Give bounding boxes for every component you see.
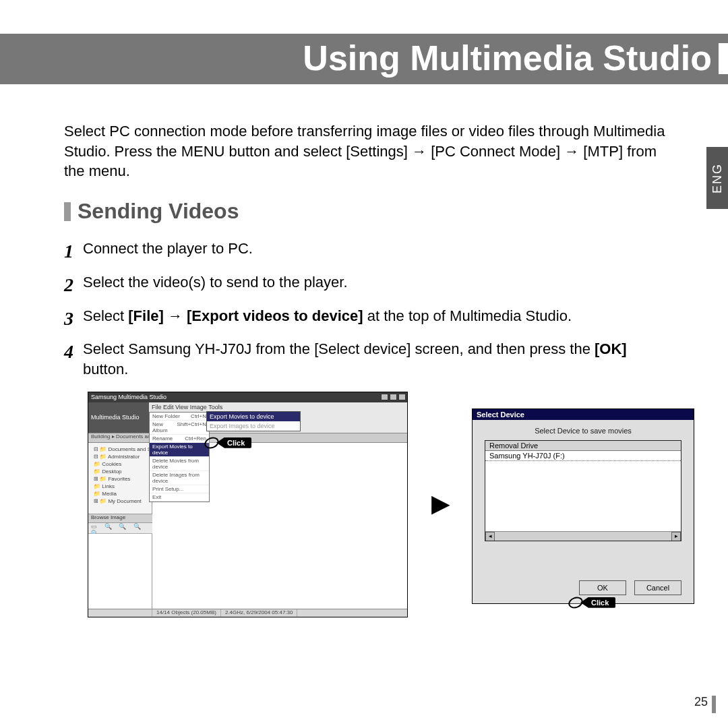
step-2: 2 Select the video(s) to send to the pla… [64, 272, 671, 298]
browse-image-label: Browse Image [88, 514, 152, 523]
window-titlebar[interactable]: Samsung Multimedia Studio [88, 392, 407, 402]
step-number: 2 [64, 272, 78, 298]
minimize-button[interactable] [381, 394, 388, 400]
t: Select Samsung YH-J70J from the [Select … [83, 340, 595, 357]
tree-node[interactable]: ⊟ 📁 Administrator [90, 453, 150, 460]
intro-paragraph: Select PC connection mode before transfe… [64, 121, 671, 181]
folder-tree[interactable]: ⊟ 📁 Documents and Sett ⊟ 📁 Administrator… [88, 443, 152, 514]
dialog-title[interactable]: Select Device [473, 409, 694, 420]
section-title: Sending Videos [78, 199, 239, 224]
step-text: Select the video(s) to send to the playe… [83, 272, 348, 293]
section-header: Sending Videos [64, 199, 671, 224]
content-area: Select PC connection mode before transfe… [64, 121, 671, 634]
step-4: 4 Select Samsung YH-J70J from the [Selec… [64, 339, 671, 379]
tree-node[interactable]: 📁 Cookies [90, 460, 150, 468]
maximize-button[interactable] [390, 394, 397, 400]
step-text: Select [File] → [Export videos to device… [83, 306, 572, 326]
t: at the top of Multimedia Studio. [363, 307, 572, 324]
device-list[interactable]: Removal Drive Samsung YH-J70J (F:) ◂ ▸ [485, 440, 681, 541]
step-3: 3 Select [File] → [Export videos to devi… [64, 306, 671, 332]
thumbnail-tools[interactable]: ▭ 🔍 🔍 🔍 🔍 [88, 523, 152, 534]
page-number-rule [712, 696, 716, 713]
menu-item-new-album[interactable]: New AlbumShift+Ctrl+N [150, 421, 209, 435]
tree-node[interactable]: 📁 Desktop [90, 468, 150, 475]
app-brand: Multimedia Studio [88, 402, 149, 433]
page-number: 25 [694, 695, 708, 709]
language-tab: ENG [706, 147, 728, 209]
dialog-prompt: Select Device to save movies [473, 420, 694, 440]
bold: [OK] [595, 340, 627, 357]
ok-button[interactable]: OK [579, 580, 626, 595]
scroll-left-button[interactable]: ◂ [485, 532, 495, 541]
menu-item-rename[interactable]: RenameCtrl+Ren [150, 435, 209, 443]
language-tab-label: ENG [710, 162, 725, 193]
window-title: Samsung Multimedia Studio [91, 394, 166, 400]
window-buttons [381, 394, 406, 400]
menu-item-export-movies[interactable]: Export Movies to device [150, 443, 209, 457]
close-button[interactable] [398, 394, 406, 400]
submenu-export-images[interactable]: Export Images to device [207, 421, 300, 431]
cancel-button[interactable]: Cancel [634, 580, 681, 595]
thumb-panel [88, 534, 152, 609]
menu-item-delete-movies[interactable]: Delete Movies from device [150, 457, 209, 471]
dialog-buttons: OK Cancel [579, 580, 681, 595]
step-number: 4 [64, 339, 78, 365]
flow-arrow-icon: ▶ [431, 489, 450, 518]
device-group-header: Removal Drive [485, 441, 681, 451]
multimedia-studio-window: Samsung Multimedia Studio Multimedia Stu… [88, 392, 408, 617]
file-menu-open: New FolderCtrl+N New AlbumShift+Ctrl+N R… [149, 412, 210, 502]
submenu-export-movies[interactable]: Export Movies to device [207, 412, 300, 421]
tree-node[interactable]: ⊞ 📁 Favorites [90, 475, 150, 483]
tree-node[interactable]: 📁 Links [90, 483, 150, 490]
app-body: ⊟ 📁 Documents and Sett ⊟ 📁 Administrator… [88, 443, 407, 609]
tree-node[interactable]: ⊞ 📁 My Document [90, 497, 150, 505]
step-text: Connect the player to PC. [83, 239, 253, 259]
bold: [File] → [Export videos to device] [128, 307, 363, 324]
tree-node[interactable]: 📁 Media [90, 490, 150, 497]
step-number: 3 [64, 306, 78, 332]
screenshot-row: Samsung Multimedia Studio Multimedia Stu… [64, 392, 671, 634]
menu-item-delete-images[interactable]: Delete Images from device [150, 471, 209, 485]
t: Select [83, 307, 128, 324]
device-list-item[interactable]: Samsung YH-J70J (F:) [485, 451, 681, 461]
status-objects: 14/14 Objects (20.05MB) [152, 609, 221, 617]
page-title: Using Multimedia Studio [303, 38, 712, 78]
scroll-right-button[interactable]: ▸ [671, 532, 681, 541]
horizontal-scrollbar[interactable]: ◂ ▸ [485, 531, 681, 541]
steps-list: 1 Connect the player to PC. 2 Select the… [64, 239, 671, 380]
menu-items[interactable]: File Edit View Image Tools [149, 402, 407, 412]
menu-item-print-setup[interactable]: Print Setup... [150, 485, 209, 493]
step-1: 1 Connect the player to PC. [64, 239, 671, 264]
step-number: 1 [64, 239, 78, 264]
t: button. [83, 361, 128, 377]
export-submenu: Export Movies to device Export Images to… [206, 411, 301, 431]
step-text: Select Samsung YH-J70J from the [Select … [83, 339, 671, 379]
tree-node[interactable]: ⊟ 📁 Documents and Sett [90, 446, 150, 453]
menu-item-exit[interactable]: Exit [150, 493, 209, 502]
status-info: 2.4GHz, 6/29/2004 05:47:30 [221, 609, 298, 617]
select-device-dialog: Select Device Select Device to save movi… [472, 408, 694, 604]
page-header-band: Using Multimedia Studio [0, 34, 728, 84]
section-accent-bar [64, 202, 71, 221]
header-end-rule [719, 43, 728, 74]
menu-item-new-folder[interactable]: New FolderCtrl+N [150, 413, 209, 421]
status-bar: 14/14 Objects (20.05MB) 2.4GHz, 6/29/200… [88, 609, 407, 617]
